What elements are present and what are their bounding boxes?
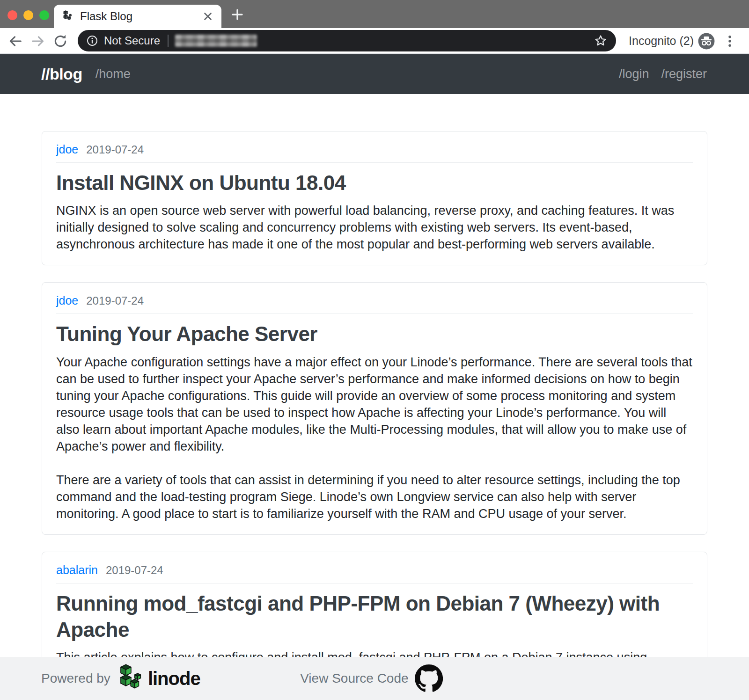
linode-wordmark[interactable]: linode xyxy=(148,668,200,689)
nav-link-register[interactable]: /register xyxy=(661,67,707,81)
post-excerpt: There are a variety of tools that can as… xyxy=(56,472,693,522)
post-date: 2019-07-24 xyxy=(106,564,163,577)
github-icon[interactable] xyxy=(415,664,443,693)
page-footer: Powered by linode xyxy=(0,657,749,700)
bookmark-star-icon[interactable] xyxy=(594,34,608,48)
site-info-icon[interactable] xyxy=(86,35,98,47)
brand-blog[interactable]: //blog xyxy=(41,65,82,83)
nav-link-login[interactable]: /login xyxy=(619,67,649,81)
tab-title: Flask Blog xyxy=(80,10,202,23)
minimize-window-button[interactable] xyxy=(23,10,33,20)
meta-divider xyxy=(56,162,693,163)
tab-close-icon[interactable] xyxy=(202,10,214,22)
post-author-link[interactable]: jdoe xyxy=(56,143,78,156)
redacted-url xyxy=(175,35,257,47)
zoom-window-button[interactable] xyxy=(39,10,49,20)
post-title-link[interactable]: Install NGINX on Ubuntu 18.04 xyxy=(56,170,693,196)
post-author-link[interactable]: jdoe xyxy=(56,294,78,307)
post-excerpt: Your Apache configuration settings have … xyxy=(56,354,693,455)
linode-logo-icon[interactable] xyxy=(117,663,141,694)
window-controls xyxy=(7,10,49,20)
browser-tab[interactable]: Flask Blog xyxy=(54,5,221,28)
forward-icon[interactable] xyxy=(30,33,46,49)
browser-toolbar: Not Secure Incognito (2) xyxy=(0,28,749,54)
incognito-icon xyxy=(698,32,715,50)
view-source-group[interactable]: View Source Code xyxy=(300,657,443,700)
incognito-label: Incognito (2) xyxy=(629,34,694,48)
post-title-link[interactable]: Running mod_fastcgi and PHP-FPM on Debia… xyxy=(56,591,693,643)
nav-link-home[interactable]: /home xyxy=(95,67,131,81)
tab-strip: Flask Blog xyxy=(0,0,749,28)
site-favicon-icon xyxy=(61,10,73,22)
view-source-label[interactable]: View Source Code xyxy=(300,671,408,686)
post-date: 2019-07-24 xyxy=(86,294,144,307)
meta-divider xyxy=(56,314,693,314)
site-navbar: //blog /home /login /register xyxy=(0,54,749,94)
new-tab-icon[interactable] xyxy=(230,7,244,22)
post-card: abalarin 2019-07-24 Running mod_fastcgi … xyxy=(42,552,707,661)
post-date: 2019-07-24 xyxy=(86,143,144,156)
meta-divider xyxy=(56,583,693,583)
post-excerpt: NGINX is an open source web server with … xyxy=(56,202,693,253)
address-bar[interactable]: Not Secure xyxy=(78,30,616,51)
post-title-link[interactable]: Tuning Your Apache Server xyxy=(56,321,693,347)
close-window-button[interactable] xyxy=(7,10,17,20)
post-card: jdoe 2019-07-24 Tuning Your Apache Serve… xyxy=(42,282,707,534)
browser-menu-icon[interactable] xyxy=(722,33,738,49)
powered-by-label: Powered by xyxy=(41,671,110,686)
post-card: jdoe 2019-07-24 Install NGINX on Ubuntu … xyxy=(42,131,707,265)
post-feed: jdoe 2019-07-24 Install NGINX on Ubuntu … xyxy=(0,94,749,661)
reload-icon[interactable] xyxy=(52,33,68,49)
back-icon[interactable] xyxy=(7,33,23,49)
post-author-link[interactable]: abalarin xyxy=(56,563,98,577)
address-separator xyxy=(168,35,169,47)
browser-window: Flask Blog Not Secure xyxy=(0,0,749,700)
powered-by-group: Powered by linode xyxy=(41,657,200,700)
security-status-label: Not Secure xyxy=(104,34,160,47)
